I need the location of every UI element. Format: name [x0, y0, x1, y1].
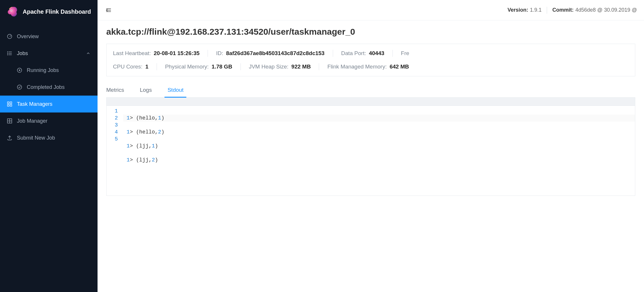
- sidebar-item-job-manager[interactable]: Job Manager: [0, 112, 98, 129]
- stdout-line: [123, 170, 635, 177]
- main-content: Version: 1.9.1 Commit: 4d56de8 @ 30.09.2…: [98, 0, 644, 292]
- sidebar-item-running-jobs[interactable]: Running Jobs: [0, 62, 98, 79]
- svg-rect-13: [10, 102, 12, 104]
- stdout-line: 1> (ljj,2): [123, 156, 635, 163]
- tab-stdout[interactable]: Stdout: [167, 83, 183, 97]
- collapse-sidebar-button[interactable]: [105, 6, 113, 14]
- separator: [319, 63, 319, 70]
- separator: [547, 7, 547, 14]
- sidebar: Apache Flink Dashboard Overview Jobs: [0, 0, 98, 292]
- separator: [157, 63, 157, 70]
- flink-logo-icon: [6, 5, 19, 18]
- separator: [240, 63, 241, 70]
- svg-point-11: [17, 85, 22, 89]
- gutter: 1 2 3 4 5: [107, 106, 123, 193]
- list-icon: [6, 50, 13, 57]
- sidebar-header: Apache Flink Dashboard: [0, 0, 98, 24]
- sidebar-nav: Overview Jobs Running Jobs: [0, 24, 98, 146]
- page-title: akka.tcp://flink@192.168.237.131:34520/u…: [106, 27, 635, 37]
- sidebar-item-jobs[interactable]: Jobs: [0, 45, 98, 62]
- svg-point-8: [8, 54, 8, 55]
- info-last-heartbeat: Last Heartbeat: 20-08-01 15:26:35: [113, 50, 199, 57]
- separator: [392, 50, 393, 57]
- sidebar-item-label: Running Jobs: [27, 67, 59, 73]
- cluster-icon: [6, 101, 13, 107]
- svg-rect-14: [8, 105, 9, 106]
- info-physical-memory: Physical Memory: 1.78 GB: [165, 64, 232, 70]
- sidebar-item-overview[interactable]: Overview: [0, 28, 98, 45]
- tab-logs[interactable]: Logs: [140, 83, 152, 97]
- sidebar-item-label: Overview: [17, 34, 39, 40]
- info-id: ID: 8af26d367ae8b4503143c87d2c8dc153: [216, 50, 324, 57]
- svg-marker-10: [19, 69, 20, 71]
- info-row-2: CPU Cores: 1 Physical Memory: 1.78 GB JV…: [113, 63, 629, 70]
- stdout-line: 1> (hello,2): [123, 129, 635, 136]
- stdout-header: [107, 98, 635, 106]
- sidebar-item-label: Completed Jobs: [27, 84, 65, 90]
- sidebar-item-label: Submit New Job: [17, 135, 55, 141]
- code-lines: 1> (hello,1) 1> (hello,2) 1> (ljj,1) 1> …: [123, 106, 635, 193]
- sidebar-item-label: Job Manager: [17, 118, 47, 124]
- sidebar-item-label: Jobs: [17, 50, 28, 57]
- grid-icon: [6, 118, 13, 124]
- separator: [208, 50, 208, 57]
- sidebar-item-label: Task Managers: [17, 101, 52, 107]
- svg-rect-12: [8, 102, 9, 104]
- check-circle-icon: [16, 84, 23, 90]
- svg-point-7: [8, 53, 8, 54]
- commit-info: Commit: 4d56de8 @ 30.09.2019 @: [552, 7, 637, 13]
- svg-point-6: [8, 52, 8, 52]
- stdout-panel: 1 2 3 4 5 1> (hello,1) 1> (hello,2) 1> (…: [106, 98, 635, 196]
- sidebar-item-submit-job[interactable]: Submit New Job: [0, 129, 98, 146]
- info-jvm-heap: JVM Heap Size: 922 MB: [249, 64, 311, 70]
- upload-icon: [6, 135, 13, 141]
- topbar: Version: 1.9.1 Commit: 4d56de8 @ 30.09.2…: [98, 0, 644, 20]
- sidebar-item-task-managers[interactable]: Task Managers: [0, 96, 98, 112]
- play-circle-icon: [16, 67, 23, 73]
- svg-point-1: [11, 10, 11, 11]
- info-row-1: Last Heartbeat: 20-08-01 15:26:35 ID: 8a…: [113, 50, 629, 57]
- commit-value: 4d56de8 @ 30.09.2019 @: [575, 7, 637, 13]
- gauge-icon: [6, 33, 13, 40]
- stdout-line: 1> (hello,1): [123, 115, 635, 122]
- task-manager-tabs: Metrics Logs Stdout: [106, 83, 635, 98]
- app-title: Apache Flink Dashboard: [23, 8, 91, 15]
- stdout-line: 1> (ljj,1): [123, 143, 635, 149]
- svg-rect-15: [10, 105, 12, 106]
- separator: [333, 50, 333, 57]
- version-label: Version:: [507, 7, 528, 13]
- tab-metrics[interactable]: Metrics: [106, 83, 124, 97]
- stdout-code[interactable]: 1 2 3 4 5 1> (hello,1) 1> (hello,2) 1> (…: [107, 106, 635, 196]
- info-free-truncated: Fre: [401, 50, 412, 57]
- info-data-port: Data Port: 40443: [341, 50, 384, 57]
- info-managed-memory: Flink Managed Memory: 642 MB: [327, 64, 409, 70]
- task-manager-info-card: Last Heartbeat: 20-08-01 15:26:35 ID: 8a…: [106, 44, 635, 76]
- version-info: Version: 1.9.1: [507, 7, 542, 13]
- chevron-up-icon: [86, 51, 91, 56]
- sidebar-item-completed-jobs[interactable]: Completed Jobs: [0, 79, 98, 96]
- version-value: 1.9.1: [530, 7, 542, 13]
- info-cpu-cores: CPU Cores: 1: [113, 64, 148, 70]
- commit-label: Commit:: [552, 7, 574, 13]
